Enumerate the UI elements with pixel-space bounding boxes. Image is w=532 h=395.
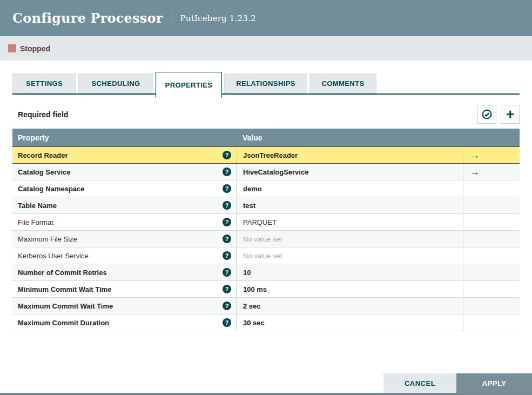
tab-bar: SETTINGSSCHEDULINGPROPERTIESRELATIONSHIP…	[12, 72, 520, 98]
property-name: Maximum Commit Duration	[18, 319, 109, 327]
table-row[interactable]: Catalog Service ? HiveCatalogService →	[12, 164, 520, 180]
help-icon[interactable]: ?	[223, 218, 231, 226]
tab-properties[interactable]: PROPERTIES	[156, 72, 222, 98]
column-header-value: Value	[236, 133, 463, 142]
toolbar-actions: +	[477, 105, 520, 124]
dialog-header: Configure Processor PutIceberg 1.23.2	[0, 0, 532, 36]
property-value: demo	[243, 185, 262, 193]
property-name: Kerberos User Service	[18, 252, 89, 260]
table-row[interactable]: Minimum Commit Wait Time ? 100 ms	[12, 281, 520, 298]
configure-processor-dialog: Configure Processor PutIceberg 1.23.2 St…	[0, 0, 532, 395]
go-to-service-icon[interactable]: →	[470, 168, 480, 177]
property-value: JsonTreeReader	[243, 151, 298, 159]
help-icon[interactable]: ?	[223, 151, 231, 159]
tab-comments[interactable]: COMMENTS	[309, 73, 376, 93]
stopped-status-icon	[8, 44, 16, 52]
status-label: Stopped	[20, 44, 50, 53]
plus-icon: +	[506, 107, 514, 121]
help-icon[interactable]: ?	[223, 184, 231, 193]
property-name: Maximum Commit Wait Time	[18, 302, 113, 310]
table-row[interactable]: Catalog Namespace ? demo	[12, 180, 520, 197]
check-circle-icon	[481, 109, 493, 120]
help-icon[interactable]: ?	[223, 201, 231, 210]
property-value: 2 sec	[243, 302, 261, 310]
property-value: test	[243, 202, 255, 210]
help-icon[interactable]: ?	[223, 268, 231, 277]
property-value: 10	[243, 269, 251, 277]
table-row[interactable]: Record Reader ? JsonTreeReader →	[12, 146, 520, 164]
go-to-service-icon[interactable]: →	[470, 151, 480, 160]
tab-settings[interactable]: SETTINGS	[12, 73, 76, 93]
status-bar: Stopped	[0, 36, 532, 61]
property-name: File Format	[18, 218, 53, 226]
property-value: PARQUET	[243, 218, 277, 226]
property-name: Table Name	[18, 202, 57, 210]
tab-relationships[interactable]: RELATIONSHIPS	[224, 73, 307, 93]
tab-scheduling[interactable]: SCHEDULING	[78, 73, 153, 93]
help-icon[interactable]: ?	[223, 235, 231, 243]
title-separator	[172, 11, 172, 25]
table-row[interactable]: Maximum File Size ? No value set	[12, 231, 520, 247]
property-name: Minimum Commit Wait Time	[18, 285, 111, 293]
cancel-button[interactable]: CANCEL	[383, 373, 456, 393]
add-property-button[interactable]: +	[501, 105, 520, 124]
table-row[interactable]: Maximum Commit Duration ? 30 sec	[12, 314, 520, 331]
table-row[interactable]: Table Name ? test	[12, 197, 520, 214]
apply-button[interactable]: APPLY	[456, 373, 532, 393]
property-name: Maximum File Size	[18, 235, 77, 243]
required-field-label: Required field	[18, 110, 68, 119]
column-header-property: Property	[12, 133, 236, 142]
table-body: Record Reader ? JsonTreeReader → Catalog…	[12, 146, 520, 331]
help-icon[interactable]: ?	[223, 251, 231, 260]
property-value: No value set	[243, 235, 282, 243]
help-icon[interactable]: ?	[223, 302, 231, 310]
property-value: HiveCatalogService	[243, 168, 308, 176]
table-row[interactable]: Kerberos User Service ? No value set	[12, 247, 520, 264]
verify-properties-button[interactable]	[477, 105, 496, 124]
table-row[interactable]: Number of Commit Retries ? 10	[12, 264, 520, 281]
help-icon[interactable]: ?	[223, 168, 231, 176]
dialog-title: Configure Processor	[12, 10, 163, 26]
property-name: Number of Commit Retries	[18, 269, 107, 277]
footer-buttons: CANCEL APPLY	[383, 373, 532, 393]
table-row[interactable]: File Format ? PARQUET	[12, 214, 520, 231]
property-name: Catalog Service	[18, 168, 71, 176]
table-header-row: Property Value	[12, 129, 520, 146]
help-icon[interactable]: ?	[223, 285, 231, 293]
properties-toolbar: Required field +	[12, 98, 520, 129]
property-value: 100 ms	[243, 285, 267, 293]
processor-name-version: PutIceberg 1.23.2	[180, 14, 256, 23]
dialog-bottom-edge	[0, 393, 532, 395]
property-name: Catalog Namespace	[18, 185, 85, 193]
property-value: No value set	[243, 252, 282, 260]
property-name: Record Reader	[18, 151, 68, 159]
table-row[interactable]: Maximum Commit Wait Time ? 2 sec	[12, 298, 520, 314]
help-icon[interactable]: ?	[223, 318, 231, 327]
property-table: Property Value Record Reader ? JsonTreeR…	[12, 129, 520, 331]
property-value: 30 sec	[243, 319, 265, 327]
